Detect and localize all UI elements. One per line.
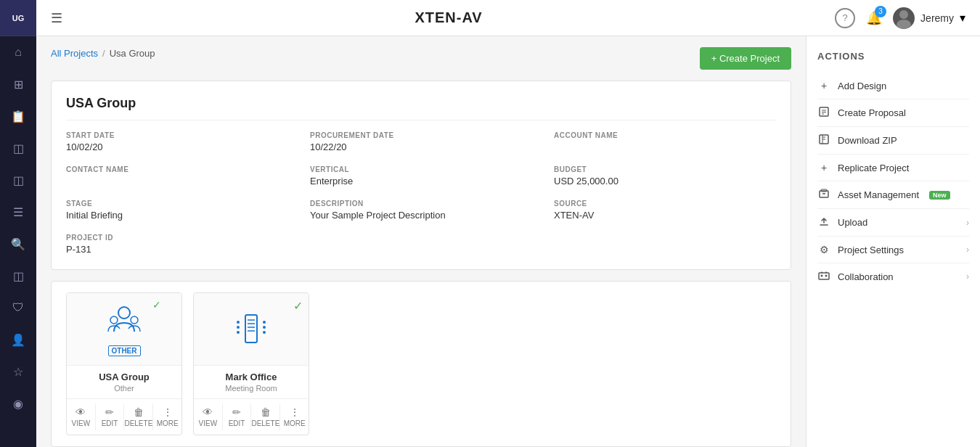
design-name: USA Group <box>74 372 174 382</box>
svg-point-2 <box>118 307 130 319</box>
contact-name-label: CONTACT NAME <box>66 165 288 173</box>
design-info-usa-group: USA Group Other <box>67 366 181 398</box>
action-add-design[interactable]: + Add Design <box>817 73 969 99</box>
svg-point-6 <box>237 321 240 324</box>
asset-icon <box>817 189 830 201</box>
proposal-icon <box>817 107 830 119</box>
procurement-date-value: 10/22/20 <box>310 142 532 152</box>
sidebar-item-user[interactable]: 👤 <box>0 324 36 356</box>
more-label-2: MORE <box>284 419 306 427</box>
avatar <box>893 7 915 29</box>
user-menu[interactable]: Jeremy ▾ <box>893 7 965 29</box>
description-field: DESCRIPTION Your Sample Project Descript… <box>310 200 532 221</box>
budget-field: BUDGET USD 25,000.00 <box>554 165 776 186</box>
action-replicate-project[interactable]: + Replicate Project <box>817 155 969 181</box>
add-design-label: Add Design <box>838 81 886 91</box>
sidebar-item-layers2[interactable]: ◫ <box>0 164 36 196</box>
edit-icon-2: ✏ <box>232 406 241 418</box>
svg-point-1 <box>897 20 911 29</box>
design-view-button-2[interactable]: 👁 VIEW <box>194 403 223 430</box>
view-label-2: VIEW <box>199 419 218 427</box>
app-logo: XTEN-AV <box>415 9 482 26</box>
new-badge: New <box>929 191 950 200</box>
upload-icon <box>817 216 830 229</box>
create-proposal-label: Create Proposal <box>838 107 906 118</box>
design-delete-button-2[interactable]: 🗑 DELETE <box>251 403 280 430</box>
svg-point-8 <box>237 331 240 334</box>
user-dropdown-icon: ▾ <box>960 11 965 25</box>
sidebar-item-globe[interactable]: ◉ <box>0 387 36 419</box>
replicate-icon: + <box>817 162 830 173</box>
design-view-button[interactable]: 👁 VIEW <box>67 403 96 430</box>
design-item-usa-group: OTHER ✓ ✓ USA Group Other 👁 <box>66 292 182 435</box>
sidebar-item-home[interactable]: ⌂ <box>0 36 36 68</box>
design-edit-button-2[interactable]: ✏ EDIT <box>223 403 252 430</box>
zip-icon <box>817 134 830 147</box>
sidebar: UG ⌂ ⊞ 📋 ◫ ◫ ☰ 🔍 ◫ 🛡 👤 ☆ ◉ <box>0 0 36 447</box>
design-type: Other <box>74 384 174 393</box>
replicate-project-label: Replicate Project <box>838 163 909 173</box>
action-settings-left: ⚙ Project Settings <box>817 244 904 255</box>
content-area: All Projects / Usa Group + Create Projec… <box>36 36 980 447</box>
help-button[interactable]: ? <box>835 8 855 28</box>
sidebar-item-layers3[interactable]: ◫ <box>0 260 36 292</box>
start-date-value: 10/02/20 <box>66 142 288 152</box>
design-more-button-2[interactable]: ⋮ MORE <box>280 403 309 430</box>
project-id-label: PROJECT ID <box>66 234 288 242</box>
sidebar-item-layers[interactable]: ◫ <box>0 132 36 164</box>
sidebar-item-star[interactable]: ☆ <box>0 356 36 387</box>
action-upload-left: Upload <box>817 216 867 229</box>
design-name-2: Mark Office <box>201 372 301 382</box>
edit-label-2: EDIT <box>229 419 245 427</box>
vertical-field: VERTICAL Enterprise <box>310 165 532 186</box>
description-label: DESCRIPTION <box>310 200 532 208</box>
meeting-room-icon <box>229 309 273 349</box>
action-create-proposal[interactable]: Create Proposal <box>817 99 969 127</box>
more-label: MORE <box>157 419 179 427</box>
project-fields: START DATE 10/02/20 PROCUREMENT DATE 10/… <box>66 131 776 255</box>
project-settings-label: Project Settings <box>838 245 904 255</box>
svg-point-10 <box>263 326 266 329</box>
action-collaboration[interactable]: Collaboration › <box>817 263 969 290</box>
svg-point-4 <box>131 316 138 324</box>
design-more-button[interactable]: ⋮ MORE <box>153 403 181 430</box>
svg-point-0 <box>899 10 908 19</box>
design-check-icon: ✓ <box>152 299 161 311</box>
action-upload[interactable]: Upload › <box>817 209 969 237</box>
design-item-mark-office: ✓ Mark Office Meeting Room 👁 VIEW <box>193 292 309 435</box>
right-panel: ACTIONS + Add Design Create Proposal <box>806 36 980 447</box>
eye-icon: 👁 <box>75 406 86 418</box>
sidebar-item-docs[interactable]: 📋 <box>0 100 36 132</box>
eye-icon-2: 👁 <box>203 406 213 418</box>
vertical-label: VERTICAL <box>310 165 532 173</box>
action-project-settings[interactable]: ⚙ Project Settings › <box>817 237 969 263</box>
breadcrumb-all-projects[interactable]: All Projects <box>51 48 98 59</box>
menu-icon[interactable]: ☰ <box>51 10 62 26</box>
sidebar-item-shield[interactable]: 🛡 <box>0 292 36 324</box>
design-delete-button[interactable]: 🗑 DELETE <box>124 403 153 430</box>
sidebar-item-search[interactable]: 🔍 <box>0 228 36 260</box>
sidebar-item-org[interactable]: ⊞ <box>0 68 36 100</box>
action-asset-management[interactable]: Asset Management New <box>817 181 969 209</box>
svg-point-29 <box>821 275 823 277</box>
contact-name-field: CONTACT NAME <box>66 165 288 186</box>
sidebar-item-list[interactable]: ☰ <box>0 196 36 228</box>
delete-label: DELETE <box>124 419 152 427</box>
create-project-button[interactable]: + Create Project <box>700 47 791 70</box>
breadcrumb: All Projects / Usa Group <box>51 48 155 59</box>
vertical-value: Enterprise <box>310 176 532 186</box>
plus-icon: + <box>817 80 830 91</box>
breadcrumb-separator: / <box>102 48 105 59</box>
designs-card: OTHER ✓ ✓ USA Group Other 👁 <box>51 281 791 447</box>
trash-icon-2: 🗑 <box>261 406 271 418</box>
delete-label-2: DELETE <box>251 419 279 427</box>
design-preview-usa-group: OTHER ✓ ✓ <box>67 293 181 366</box>
action-download-zip[interactable]: Download ZIP <box>817 127 969 155</box>
stage-value: Initial Briefing <box>66 210 288 221</box>
design-edit-button[interactable]: ✏ EDIT <box>96 403 125 430</box>
stage-label: STAGE <box>66 200 288 208</box>
notifications-button[interactable]: 🔔 3 <box>866 10 882 26</box>
svg-point-3 <box>110 316 118 324</box>
designs-grid: OTHER ✓ ✓ USA Group Other 👁 <box>66 292 776 435</box>
start-date-field: START DATE 10/02/20 <box>66 131 288 152</box>
